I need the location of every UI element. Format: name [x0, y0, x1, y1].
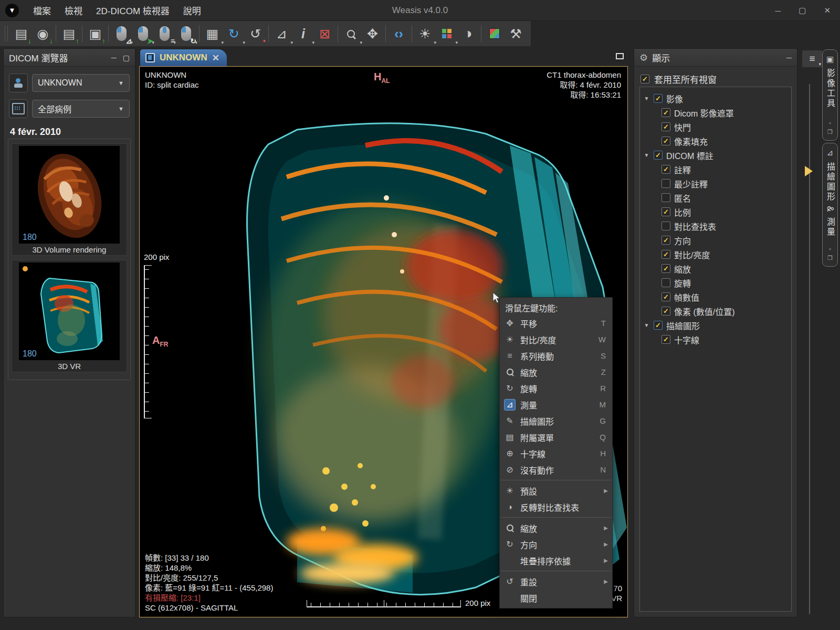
panel-layers-button[interactable]: ≡ ▾: [802, 50, 822, 67]
mouse-right-button[interactable]: ↻▾: [175, 22, 197, 45]
checkbox[interactable]: [662, 278, 670, 287]
menu-item-presets[interactable]: ☀預設▶: [500, 482, 612, 499]
pin-icon[interactable]: ▫: [829, 120, 831, 126]
tree-item-dicom-annotations[interactable]: ▼✓DICOM 標註: [642, 148, 789, 162]
collapse-arrow-icon[interactable]: ▼: [643, 322, 650, 328]
tree-item-minimal-annotations[interactable]: 最少註釋: [642, 176, 789, 191]
apply-all-views-row[interactable]: ✓ 套用至所有視窗: [640, 72, 791, 86]
checkbox[interactable]: ✓: [662, 307, 670, 316]
pin-icon[interactable]: ▫: [829, 246, 831, 252]
export-dicom-button[interactable]: ▤↑: [58, 22, 80, 45]
checkbox[interactable]: ✓: [662, 165, 670, 174]
mouse-left-measure-button[interactable]: ⊿▾: [111, 22, 132, 45]
menu-item-draw[interactable]: ✎描繪圖形G: [500, 413, 612, 429]
panel-minimize-button[interactable]: ─: [111, 54, 117, 62]
toolbox-button[interactable]: ⚒: [505, 22, 527, 45]
layout-button[interactable]: ▦▾: [202, 22, 223, 45]
tree-item-window-level[interactable]: ✓對比/亮度: [642, 247, 789, 261]
series-thumbnail-3d-vr[interactable]: 180 3D VR: [12, 260, 127, 372]
float-window-icon[interactable]: ❐: [827, 129, 833, 135]
tab-close-icon[interactable]: ✕: [212, 52, 219, 64]
menu-item-series-scroll[interactable]: ≡系列捲動S: [500, 348, 612, 364]
invert-lut-button[interactable]: ◑: [457, 22, 479, 45]
tree-item-frame-value[interactable]: ✓幀數值: [642, 290, 789, 304]
float-window-icon[interactable]: ❐: [827, 255, 833, 261]
panel-detach-button[interactable]: ▢: [123, 54, 130, 62]
tree-item-zoom[interactable]: ✓縮放: [642, 261, 789, 276]
mpr-3d-button[interactable]: [484, 22, 505, 45]
menu-item-pan[interactable]: ✥平移T: [500, 315, 612, 331]
delete-measurement-button[interactable]: ⊠: [314, 22, 335, 45]
collapse-arrow-icon[interactable]: ▼: [643, 96, 650, 101]
toolbar-grip[interactable]: [5, 26, 8, 41]
checkbox[interactable]: ✓: [662, 250, 670, 259]
checkbox[interactable]: ✓: [662, 207, 670, 216]
menu-item-measure[interactable]: ⊿測量M: [500, 396, 612, 413]
tree-item-rotation[interactable]: 旋轉: [642, 276, 789, 290]
viewer-maximize-button[interactable]: [616, 53, 624, 59]
lut-button[interactable]: ▾: [436, 22, 457, 45]
checkbox[interactable]: ✓: [662, 236, 670, 245]
mouse-left-context-button[interactable]: ➤▾: [132, 22, 154, 45]
menu-item-rotate[interactable]: ↻旋轉R: [500, 380, 612, 396]
patient-select[interactable]: UNKNOWN ▼: [32, 74, 130, 92]
annotation-tools-button[interactable]: i▾: [292, 22, 314, 45]
checkbox[interactable]: ✓: [662, 335, 670, 344]
menu-item-context-menu-tool[interactable]: ▤附屬選單Q: [500, 429, 612, 445]
tree-item-shutter[interactable]: ✓快門: [642, 120, 789, 134]
tree-item-anonymize[interactable]: 匿名: [642, 191, 789, 205]
mouse-wheel-button[interactable]: ≡▾: [154, 22, 175, 45]
maximize-button[interactable]: ▢: [799, 6, 806, 15]
checkbox[interactable]: ✓: [662, 108, 670, 117]
panel-minimize-button[interactable]: ─: [786, 54, 792, 62]
menu-item-reset[interactable]: ↺重設▶: [500, 573, 612, 590]
tree-item-crosshair[interactable]: ✓十字線: [642, 332, 789, 346]
menu-item-crosshair[interactable]: ⊕十字線H: [500, 445, 612, 461]
checkbox[interactable]: ✓: [662, 292, 670, 301]
measure-tools-button[interactable]: ⊿▾: [271, 22, 292, 45]
menu-item-no-action[interactable]: ⊘沒有動作N: [500, 461, 612, 478]
menu-item-invert-lut[interactable]: ◑反轉對比查找表: [500, 499, 612, 515]
checkbox[interactable]: ✓: [662, 264, 670, 273]
checkbox[interactable]: [662, 193, 670, 202]
tree-item-dicom-overlay[interactable]: ✓Dicom 影像遮罩: [642, 106, 789, 120]
window-level-button[interactable]: ☀▾: [414, 22, 436, 45]
checkbox[interactable]: [662, 179, 670, 188]
checkbox[interactable]: ✓: [662, 136, 670, 145]
minimize-button[interactable]: ─: [775, 6, 781, 15]
pan-button[interactable]: ✥: [362, 22, 383, 45]
export-image-button[interactable]: ▣↑: [85, 22, 106, 45]
tree-item-orientation[interactable]: ✓方向: [642, 233, 789, 247]
tree-item-pixel-padding[interactable]: ✓像素填充: [642, 134, 789, 148]
tree-item-pixel-value[interactable]: ✓像素 (數值/位置): [642, 304, 789, 318]
checkbox[interactable]: ✓: [662, 122, 670, 131]
tab-drawings-measurements[interactable]: ⊿ 描繪圖形 & 測量 ▫❐: [822, 143, 838, 267]
tab-image-tools[interactable]: ▣ 影像工具 ▫❐: [822, 49, 838, 141]
menu-help[interactable]: 說明: [176, 0, 208, 21]
close-button[interactable]: ✕: [824, 6, 831, 15]
synch-button[interactable]: ↻▾: [223, 22, 245, 45]
ko-selection-button[interactable]: ‹›: [388, 22, 410, 45]
viewer-tab-unknown[interactable]: UNKNOWN ✕: [140, 49, 227, 66]
tree-item-scale[interactable]: ✓比例: [642, 205, 789, 219]
collapse-arrow-icon[interactable]: ▼: [643, 152, 650, 158]
menu-item-zoom-submenu[interactable]: 縮放▶: [500, 520, 612, 536]
menu-item-zoom[interactable]: 縮放Z: [500, 364, 612, 380]
checkbox[interactable]: ✓: [640, 75, 649, 83]
series-thumbnail-volume-rendering[interactable]: 180 3D Volume rendering: [12, 143, 127, 256]
study-select[interactable]: 全部病例 ▼: [32, 100, 130, 118]
menu-item-stack-sort[interactable]: 堆疊排序依據▶: [500, 552, 612, 569]
menu-file[interactable]: 檔案: [26, 0, 58, 21]
menu-item-close[interactable]: 關閉: [500, 590, 612, 606]
side-slider-marker[interactable]: [805, 166, 813, 176]
tree-item-drawings[interactable]: ▼✓描繪圖形: [642, 318, 789, 332]
import-dicom-button[interactable]: ▤↓: [10, 22, 32, 45]
checkbox[interactable]: ✓: [654, 151, 663, 160]
import-cd-button[interactable]: ◉↓: [32, 22, 54, 45]
checkbox[interactable]: ✓: [654, 321, 663, 330]
tree-item-lut[interactable]: 對比查找表: [642, 219, 789, 233]
reset-button[interactable]: ↺•: [245, 22, 266, 45]
tree-item-annotations[interactable]: ✓註釋: [642, 162, 789, 176]
zoom-button[interactable]: ▾: [340, 22, 362, 45]
tree-item-image[interactable]: ▼✓影像: [642, 91, 789, 106]
